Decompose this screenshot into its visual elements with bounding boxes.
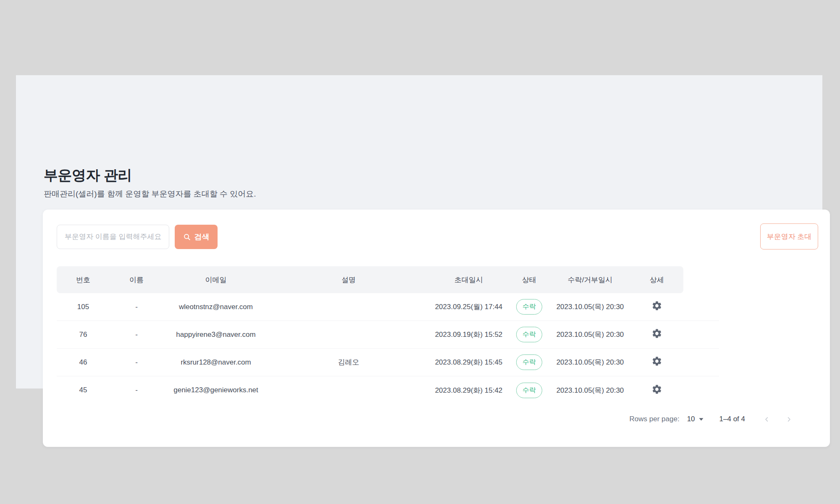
caret-down-icon <box>699 418 704 421</box>
rows-per-page-label: Rows per page: <box>630 415 680 423</box>
search-icon <box>183 233 191 241</box>
table-header-cell: 번호 <box>57 275 110 285</box>
cell-name: - <box>110 386 163 394</box>
table-header-cell: 수락/거부일시 <box>550 275 630 285</box>
table-body: 105 - wleotnstnz@naver.com 2023.09.25(월)… <box>57 293 719 404</box>
cell-detail <box>630 300 683 313</box>
cell-email: happyirene3@naver.com <box>163 331 268 339</box>
pagination-range: 1–4 of 4 <box>719 415 745 423</box>
gear-icon[interactable] <box>651 300 662 311</box>
cell-number: 45 <box>57 386 110 394</box>
status-badge: 수락 <box>516 383 542 398</box>
cell-decided-at: 2023.10.05(목) 20:30 <box>550 330 630 339</box>
chevron-left-icon[interactable] <box>762 415 772 424</box>
page-subtitle: 판매관리(셀러)를 함께 운영할 부운영자를 초대할 수 있어요. <box>44 189 256 200</box>
table-header-cell: 이름 <box>110 275 163 285</box>
status-badge: 수락 <box>516 299 542 315</box>
search-button-label: 검색 <box>194 232 210 242</box>
cell-description: 김레오 <box>268 357 429 367</box>
rows-per-page-select[interactable]: 10 <box>687 415 704 423</box>
cell-decided-at: 2023.10.05(목) 20:30 <box>550 386 630 395</box>
table-header-cell: 이메일 <box>163 275 268 285</box>
cell-name: - <box>110 358 163 367</box>
page-title: 부운영자 관리 <box>44 166 132 185</box>
table-header-cell: 상태 <box>509 275 550 285</box>
cell-status: 수락 <box>509 327 550 342</box>
gear-icon[interactable] <box>651 384 662 395</box>
cell-detail <box>630 384 683 397</box>
table-row: 45 - genie123@genieworks.net 2023.08.29(… <box>57 376 719 404</box>
cell-invited-at: 2023.09.25(월) 17:44 <box>429 302 509 312</box>
status-badge: 수락 <box>516 327 542 342</box>
cell-name: - <box>110 331 163 339</box>
cell-number: 46 <box>57 358 110 367</box>
invite-button-label: 부운영자 초대 <box>767 232 812 242</box>
cell-detail <box>630 356 683 369</box>
table-row: 46 - rksrur128@naver.com 김레오 2023.08.29(… <box>57 349 719 376</box>
cell-name: - <box>110 303 163 311</box>
cell-email: rksrur128@naver.com <box>163 358 268 367</box>
cell-invited-at: 2023.08.29(화) 15:42 <box>429 386 509 395</box>
cell-decided-at: 2023.10.05(목) 20:30 <box>550 357 630 367</box>
cell-number: 105 <box>57 303 110 311</box>
invite-suboperator-button[interactable]: 부운영자 초대 <box>760 223 818 249</box>
table-header-cell: 설명 <box>268 275 429 285</box>
cell-detail <box>630 328 683 341</box>
rows-per-page-value: 10 <box>687 415 695 423</box>
gear-icon[interactable] <box>651 328 662 339</box>
table-row: 76 - happyirene3@naver.com 2023.09.19(화)… <box>57 321 719 349</box>
table-row: 105 - wleotnstnz@naver.com 2023.09.25(월)… <box>57 293 719 321</box>
cell-status: 수락 <box>509 354 550 370</box>
table-header-cell: 초대일시 <box>429 275 509 285</box>
cell-status: 수락 <box>509 383 550 398</box>
cell-email: wleotnstnz@naver.com <box>163 303 268 311</box>
status-badge: 수락 <box>516 354 542 370</box>
cell-email: genie123@genieworks.net <box>163 386 268 394</box>
cell-status: 수락 <box>509 299 550 315</box>
cell-invited-at: 2023.08.29(화) 15:45 <box>429 357 509 367</box>
cell-decided-at: 2023.10.05(목) 20:30 <box>550 302 630 312</box>
chevron-right-icon[interactable] <box>784 415 794 424</box>
search-button[interactable]: 검색 <box>175 225 218 249</box>
suboperator-card: 검색 부운영자 초대 번호이름이메일설명초대일시상태수락/거부일시상세 105 … <box>43 210 830 447</box>
cell-invited-at: 2023.09.19(화) 15:52 <box>429 330 509 339</box>
table-header-cell: 상세 <box>630 275 683 285</box>
pagination-bar: Rows per page: 10 1–4 of 4 <box>43 411 830 428</box>
search-input[interactable] <box>57 225 169 249</box>
gear-icon[interactable] <box>651 356 662 367</box>
content-panel: 부운영자 관리 판매관리(셀러)를 함께 운영할 부운영자를 초대할 수 있어요… <box>16 75 822 388</box>
cell-number: 76 <box>57 331 110 339</box>
table-header-row: 번호이름이메일설명초대일시상태수락/거부일시상세 <box>57 266 683 293</box>
suboperator-table: 번호이름이메일설명초대일시상태수락/거부일시상세 105 - wleotnstn… <box>57 266 719 404</box>
